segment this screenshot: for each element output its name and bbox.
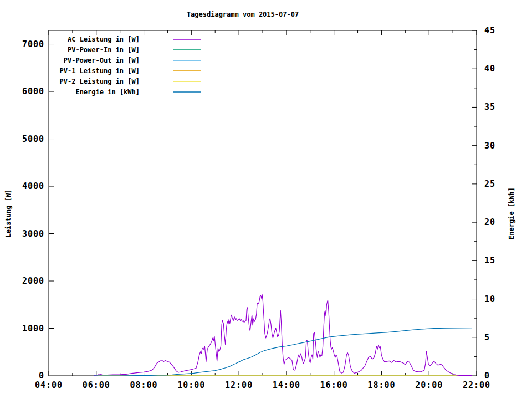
x-tick-label: 14:00 [273, 380, 300, 390]
x-tick-label: 16:00 [320, 380, 348, 390]
y-right-tick-label: 30 [484, 141, 495, 151]
x-tick-label: 22:00 [463, 380, 490, 390]
legend-label: PV-Power-In in [W] [68, 46, 140, 54]
plot-area: 04:0006:0008:0010:0012:0014:0016:0018:00… [0, 0, 532, 399]
x-tick-label: 04:00 [35, 380, 63, 390]
y-right-tick-label: 35 [484, 102, 495, 112]
y-left-tick-label: 2000 [22, 276, 44, 286]
y-left-tick-label: 7000 [22, 39, 44, 49]
legend-label: PV-1 Leistung in [W] [60, 67, 140, 75]
y-right-tick-label: 5 [484, 332, 490, 342]
y-right-tick-label: 20 [484, 217, 495, 227]
legend-label: PV-2 Leistung in [W] [60, 78, 140, 85]
legend-label: PV-Power-Out in [W] [64, 57, 140, 64]
chart-window: Tagesdiagramm vom 2015-07-07 Leistung [W… [0, 0, 532, 399]
x-tick-label: 20:00 [415, 380, 443, 390]
y-right-tick-label: 10 [484, 294, 495, 304]
y-left-tick-label: 4000 [22, 181, 44, 191]
y-left-tick-label: 1000 [22, 324, 44, 334]
y-left-tick-label: 6000 [22, 86, 44, 96]
x-tick-label: 18:00 [367, 380, 395, 390]
series-line-ac-leistung-in-w [94, 295, 472, 376]
legend-label: Energie in [kWh] [75, 88, 140, 96]
y-left-tick-label: 3000 [22, 229, 44, 239]
y-left-tick-label: 5000 [22, 134, 44, 144]
y-left-tick-label: 0 [39, 371, 44, 381]
y-right-tick-label: 40 [484, 64, 495, 74]
x-tick-label: 12:00 [225, 380, 253, 390]
y-right-tick-label: 25 [484, 179, 495, 189]
y-right-tick-label: 0 [484, 371, 490, 381]
y-right-tick-label: 15 [484, 255, 495, 265]
x-tick-label: 08:00 [130, 380, 157, 390]
y-right-tick-label: 45 [484, 25, 495, 35]
legend-label: AC Leistung in [W] [68, 35, 140, 43]
x-tick-label: 06:00 [83, 380, 110, 390]
x-tick-label: 10:00 [177, 380, 205, 390]
